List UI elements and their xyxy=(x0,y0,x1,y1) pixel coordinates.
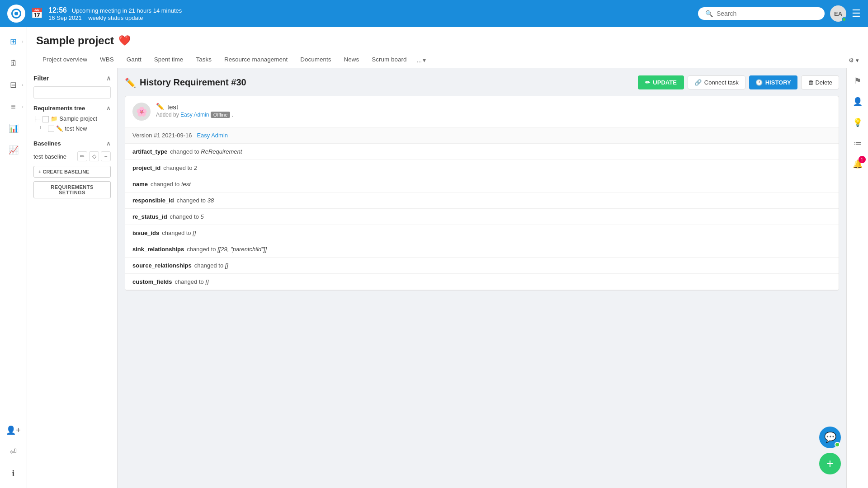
lightbulb-sidebar-icon[interactable]: 💡 xyxy=(849,114,866,131)
update-button[interactable]: ✏ UPDATE xyxy=(638,75,684,89)
tab-project-overview[interactable]: Project overview xyxy=(36,52,94,68)
author-link[interactable]: Easy Admin xyxy=(180,112,209,118)
project-header: Sample project ❤️ Project overview WBS G… xyxy=(27,27,868,68)
req-tree-collapse-icon[interactable]: ∧ xyxy=(106,105,111,112)
change-key-3: responsible_id xyxy=(132,197,174,204)
area-chart-icon: 📈 xyxy=(9,145,19,155)
sidebar-icon-apps[interactable]: ⊞ › xyxy=(5,33,23,51)
tab-gantt[interactable]: Gantt xyxy=(120,52,148,68)
version-author-link[interactable]: Easy Admin xyxy=(197,132,228,139)
change-val-0: ReRequirement xyxy=(201,148,242,155)
chat-float-button[interactable]: 💬 xyxy=(819,427,841,448)
change-row-7: source_relationships changed to [] xyxy=(125,258,839,274)
tabs-more-btn[interactable]: ... ▾ xyxy=(413,53,430,67)
sidebar-icon-list[interactable]: ≡ › xyxy=(5,98,23,116)
gear-icon: ⚙ xyxy=(849,57,854,64)
baseline-diamond-button[interactable]: ◇ xyxy=(89,151,99,161)
baselines-section: Baselines ∧ test baseline ✏ ◇ − + CREATE… xyxy=(33,140,111,198)
meeting-name: weekly status update xyxy=(88,14,143,21)
float-buttons: 💬 + xyxy=(819,427,841,474)
change-key-1: project_id xyxy=(132,164,160,171)
hamburger-icon[interactable]: ☰ xyxy=(852,8,861,19)
tab-wbs[interactable]: WBS xyxy=(94,52,120,68)
app-logo[interactable] xyxy=(7,5,25,23)
apps-icon: ⊞ xyxy=(10,37,17,47)
bar-chart-icon: 📊 xyxy=(9,123,19,133)
search-icon: 🔍 xyxy=(705,10,713,17)
user-check-sidebar-icon[interactable]: 👤 xyxy=(849,94,866,110)
project-name: Sample project xyxy=(36,34,114,47)
requirements-settings-button[interactable]: REQUIREMENTS SETTINGS xyxy=(33,181,111,198)
tree-checkbox-icon[interactable] xyxy=(42,116,49,122)
grid-icon: ⊟ xyxy=(10,80,17,90)
filter-input[interactable] xyxy=(33,86,111,99)
heart-icon: ❤️ xyxy=(118,35,131,47)
filter-collapse-icon[interactable]: ∧ xyxy=(106,75,111,82)
sidebar-icon-calendar[interactable]: 🗓 xyxy=(5,54,23,72)
change-text-8: changed to xyxy=(175,278,203,285)
tab-spent-time[interactable]: Spent time xyxy=(148,52,190,68)
filter-header: Filter ∧ xyxy=(33,75,111,82)
settings-button[interactable]: ⚙ ▾ xyxy=(849,57,859,64)
info-icon: ℹ xyxy=(12,469,15,479)
change-row-5: issue_ids changed to [] xyxy=(125,225,839,241)
change-key-6: sink_relationships xyxy=(132,246,184,253)
top-nav: 📅 12:56 Upcoming meeting in 21 hours 14 … xyxy=(0,0,868,27)
notification-sidebar-icon[interactable]: 🔔 1 xyxy=(849,156,866,172)
tab-news[interactable]: News xyxy=(338,52,366,68)
link-icon: 🔗 xyxy=(694,79,702,86)
add-float-button[interactable]: + xyxy=(819,453,841,474)
tree-item-sample-project[interactable]: ├─ 📁 Sample project xyxy=(33,115,111,123)
delete-label: Delete xyxy=(815,79,832,86)
connect-task-button[interactable]: 🔗 Connect task xyxy=(688,75,745,89)
avatar[interactable]: EA xyxy=(830,5,846,22)
baseline-edit-button[interactable]: ✏ xyxy=(77,151,87,161)
sidebar-icon-bar-chart[interactable]: 📊 xyxy=(5,119,23,137)
tree-expand-icon-2: └─ xyxy=(39,126,46,132)
req-tree-header: Requirements tree ∧ xyxy=(33,105,111,112)
change-key-4: re_status_id xyxy=(132,213,167,220)
tabs-settings: ⚙ ▾ xyxy=(849,57,859,64)
three-pane: Filter ∧ Requirements tree ∧ ├─ 📁 Sample… xyxy=(27,68,868,488)
sidebar-icon-chart[interactable]: 📈 xyxy=(5,141,23,159)
current-time: 12:56 xyxy=(48,6,67,14)
sidebar-icon-info[interactable]: ℹ xyxy=(5,465,23,483)
tree-checkbox-icon-2[interactable] xyxy=(48,126,54,132)
change-text-6: changed to xyxy=(187,246,216,253)
change-val-4: 5 xyxy=(201,213,204,220)
tab-resource-management[interactable]: Resource management xyxy=(218,52,294,68)
change-val-2: test xyxy=(181,181,191,188)
baselines-header: Baselines ∧ xyxy=(33,140,111,147)
right-sidebar: ⚑ 👤 💡 ≔ 🔔 1 xyxy=(846,68,868,488)
avatar-status-dot xyxy=(842,17,846,22)
filter-label: Filter xyxy=(33,75,49,82)
tasks-sidebar-icon[interactable]: ≔ xyxy=(849,135,866,151)
flag-sidebar-icon[interactable]: ⚑ xyxy=(849,73,866,89)
calendar-sidebar-icon: 🗓 xyxy=(9,59,18,68)
tab-documents[interactable]: Documents xyxy=(294,52,337,68)
change-text-5: changed to xyxy=(162,230,191,236)
delete-button[interactable]: 🗑 Delete xyxy=(801,75,839,89)
search-box[interactable]: 🔍 xyxy=(698,7,825,20)
baselines-collapse-icon[interactable]: ∧ xyxy=(106,140,111,147)
main-layout: ⊞ › 🗓 ⊟ › ≡ › 📊 📈 👤+ ⏎ ℹ xyxy=(0,27,868,488)
change-row-2: name changed to test xyxy=(125,176,839,192)
left-sidebar: ⊞ › 🗓 ⊟ › ≡ › 📊 📈 👤+ ⏎ ℹ xyxy=(0,27,27,488)
sidebar-icon-grid[interactable]: ⊟ › xyxy=(5,76,23,94)
entry-name-text: test xyxy=(167,103,178,111)
sidebar-icon-adduser[interactable]: 👤+ xyxy=(5,421,23,439)
create-baseline-button[interactable]: + CREATE BASELINE xyxy=(33,166,111,178)
baseline-remove-button[interactable]: − xyxy=(101,151,111,161)
history-button[interactable]: 🕐 HISTORY xyxy=(749,75,797,89)
pencil-entry-icon: ✏️ xyxy=(156,103,165,111)
pencil-tree-icon: ✏️ xyxy=(56,125,63,133)
history-title-text: History Requirement #30 xyxy=(140,77,246,88)
notification-badge-count: 1 xyxy=(859,156,866,163)
sidebar-icon-logout[interactable]: ⏎ xyxy=(5,443,23,461)
tab-tasks[interactable]: Tasks xyxy=(189,52,218,68)
pencil-header-icon: ✏️ xyxy=(125,77,136,88)
tab-scrum-board[interactable]: Scrum board xyxy=(365,52,413,68)
tree-item-test-new[interactable]: └─ ✏️ test New xyxy=(39,125,111,133)
search-input[interactable] xyxy=(717,10,817,17)
history-label: HISTORY xyxy=(765,79,791,86)
